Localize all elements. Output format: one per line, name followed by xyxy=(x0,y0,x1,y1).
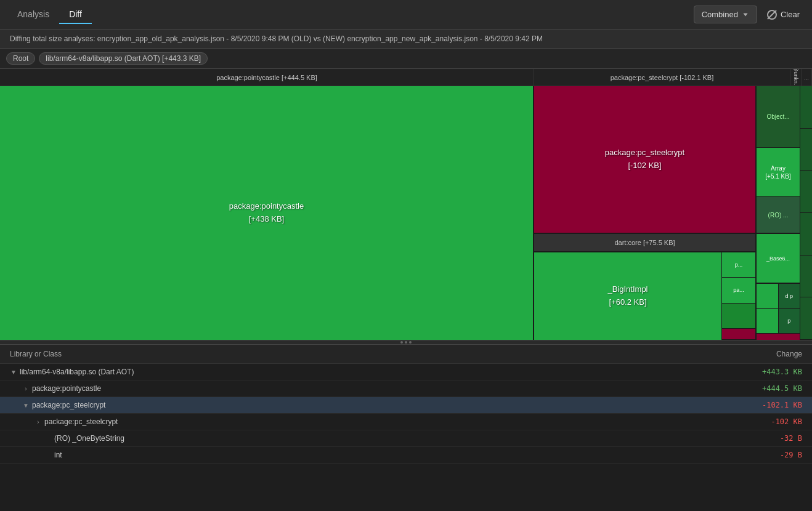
treemap-block-object[interactable]: Object... xyxy=(757,86,800,148)
treemap-block-pointycastle[interactable]: package:pointycastle [+438 KB] xyxy=(0,86,534,340)
table-area[interactable]: Library or Class Change ▼ lib/arm64-v8a/… xyxy=(0,345,812,464)
row-label-0: lib/arm64-v8a/libapp.so (Dart AOT) xyxy=(20,368,134,376)
treemap-header: package:pointycastle [+444.5 KB] package… xyxy=(0,69,812,86)
top-bar: Analysis Diff Combined Clear xyxy=(0,0,812,30)
expand-icon-1[interactable]: › xyxy=(22,385,30,392)
diff-info-text: Diffing total size analyses: encryption_… xyxy=(10,34,543,43)
svg-marker-0 xyxy=(743,13,747,16)
row-change-5: -29 B xyxy=(679,451,802,459)
table-row[interactable]: › package:pointycastle +444.5 KB xyxy=(0,380,812,397)
treemap-header-ellipsis: ... xyxy=(802,69,812,86)
treemap-side-p1[interactable]: p... xyxy=(722,252,755,278)
row-change-3: -102 KB xyxy=(679,417,802,426)
resize-dot-3 xyxy=(409,341,412,344)
row-label-2: package:pc_steelcrypt xyxy=(32,401,105,409)
treemap-block-ro[interactable]: (RO) ... xyxy=(757,197,800,233)
combined-label: Combined xyxy=(702,10,738,19)
treemap-side-p3[interactable] xyxy=(722,304,755,329)
row-change-0: +443.3 KB xyxy=(679,368,802,376)
row-change-2: -102.1 KB xyxy=(679,401,802,409)
treemap-far-right-top: Object... Array [+5.1 KB] (RO) ... xyxy=(757,86,800,234)
breadcrumb-root[interactable]: Root xyxy=(6,52,35,65)
treemap-header-unknown: @unkn... xyxy=(790,69,802,86)
row-label-5: int xyxy=(54,451,62,459)
treemap-block-dartcore[interactable]: dart:core [+75.5 KB] xyxy=(534,234,755,252)
resize-dots xyxy=(400,341,412,344)
clear-label: Clear xyxy=(781,10,800,19)
row-change-1: +444.5 KB xyxy=(679,384,802,393)
circle-slash-icon xyxy=(767,10,777,20)
treemap-block-steelcrypt-label: package:pc_steelcrypt [-102 KB] xyxy=(605,147,684,172)
treemap-small-dark1[interactable]: d p xyxy=(779,284,800,308)
combined-button[interactable]: Combined xyxy=(694,6,757,23)
treemap-small-green1[interactable] xyxy=(757,284,778,308)
breadcrumb: Root lib/arm64-v8a/libapp.so (Dart AOT) … xyxy=(0,49,812,69)
tab-analysis[interactable]: Analysis xyxy=(7,6,59,24)
treemap-per-block-2[interactable] xyxy=(800,129,812,171)
table-row[interactable]: ▼ package:pc_steelcrypt -102.1 KB xyxy=(0,397,812,414)
treemap-right-section: package:pc_steelcrypt [-102 KB] dart:cor… xyxy=(534,86,812,340)
treemap-block-bigint[interactable]: _BigIntImpl [+60.2 KB] xyxy=(534,252,721,340)
treemap-side-red[interactable] xyxy=(722,329,755,340)
tab-diff[interactable]: Diff xyxy=(59,6,92,24)
breadcrumb-item[interactable]: lib/arm64-v8a/libapp.so (Dart AOT) [+443… xyxy=(39,52,208,65)
col-header-change: Change xyxy=(679,350,802,358)
treemap-header-pointycastle: package:pointycastle [+444.5 KB] xyxy=(0,69,534,86)
row-name-4: (RO) _OneByteString xyxy=(44,434,679,443)
table-row[interactable]: int -29 B xyxy=(0,447,812,464)
treemap-side-p2[interactable]: pa... xyxy=(722,278,755,303)
treemap-small-dark2[interactable]: p xyxy=(779,309,800,334)
table-row[interactable]: › package:pc_steelcrypt -102 KB xyxy=(0,414,812,430)
table-header: Library or Class Change xyxy=(0,345,812,364)
treemap-per-block-4[interactable] xyxy=(800,213,812,256)
resize-dot-1 xyxy=(400,341,403,344)
row-name-0: ▼ lib/arm64-v8a/libapp.so (Dart AOT) xyxy=(10,368,679,376)
table-row[interactable]: ▼ lib/arm64-v8a/libapp.so (Dart AOT) +44… xyxy=(0,364,812,380)
treemap-per-block-1[interactable] xyxy=(800,86,812,129)
treemap-per-block-3[interactable] xyxy=(800,171,812,213)
treemap-bottom-section: _BigIntImpl [+60.2 KB] p... pa... xyxy=(534,252,755,340)
treemap-extra-right xyxy=(800,86,812,340)
diff-info-bar: Diffing total size analyses: encryption_… xyxy=(0,30,812,49)
row-name-5: int xyxy=(44,451,679,459)
resize-handle[interactable] xyxy=(0,340,812,345)
treemap-block-pointycastle-label: package:pointycastle [+438 KB] xyxy=(229,200,304,226)
treemap-container: package:pointycastle [+444.5 KB] package… xyxy=(0,69,812,340)
chevron-down-icon xyxy=(742,11,749,18)
expand-icon-3[interactable]: › xyxy=(35,419,42,425)
treemap-side-col: p... pa... xyxy=(721,252,755,340)
expand-icon-0[interactable]: ▼ xyxy=(10,369,17,376)
treemap-far-right: Object... Array [+5.1 KB] (RO) ... _Base… xyxy=(755,86,800,340)
treemap-block-dartcore-label: dart:core [+75.5 KB] xyxy=(614,239,675,246)
treemap-header-steelcrypt: package:pc_steelcrypt [-102.1 KB] xyxy=(534,69,790,86)
table-row[interactable]: (RO) _OneByteString -32 B xyxy=(0,430,812,447)
treemap-far-right-bottom: _Base6... d p p xyxy=(757,234,800,340)
treemap-small-red[interactable] xyxy=(757,334,800,340)
treemap-block-base64[interactable]: _Base6... xyxy=(757,234,800,283)
treemap-mid-col: package:pc_steelcrypt [-102 KB] dart:cor… xyxy=(534,86,755,340)
treemap-block-bigint-label: _BigIntImpl [+60.2 KB] xyxy=(607,283,648,309)
col-header-name: Library or Class xyxy=(10,350,679,358)
treemap-small-green2[interactable] xyxy=(757,309,778,334)
treemap-bottom-row1: d p xyxy=(757,284,800,308)
row-name-3: › package:pc_steelcrypt xyxy=(35,417,679,426)
row-change-4: -32 B xyxy=(679,434,802,443)
treemap-block-steelcrypt[interactable]: package:pc_steelcrypt [-102 KB] xyxy=(534,86,755,234)
clear-button[interactable]: Clear xyxy=(762,6,805,23)
row-name-2: ▼ package:pc_steelcrypt xyxy=(22,401,679,409)
row-name-1: › package:pointycastle xyxy=(22,384,679,393)
treemap-block-array[interactable]: Array [+5.1 KB] xyxy=(757,148,800,197)
treemap-bottom-row2: p xyxy=(757,309,800,334)
treemap-per-block-5[interactable] xyxy=(800,256,812,298)
row-label-4: (RO) _OneByteString xyxy=(54,434,124,443)
treemap-per-block-6[interactable] xyxy=(800,297,812,340)
row-label-1: package:pointycastle xyxy=(32,384,101,393)
expand-icon-2[interactable]: ▼ xyxy=(22,402,30,409)
treemap-body[interactable]: package:pointycastle [+438 KB] package:p… xyxy=(0,86,812,340)
row-label-3: package:pc_steelcrypt xyxy=(44,417,118,426)
resize-dot-2 xyxy=(405,341,407,344)
